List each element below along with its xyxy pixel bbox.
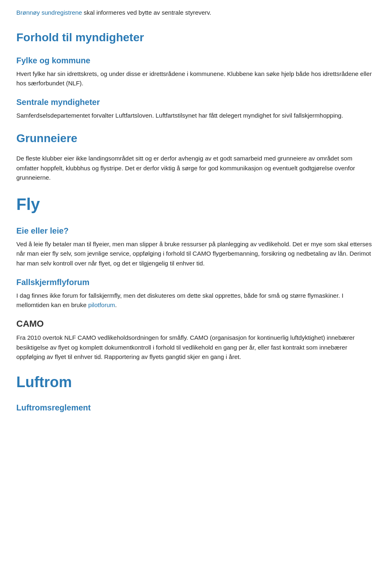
section-title-luftrom: Luftrom (16, 371, 376, 393)
subsection-title-forum: Fallskjermflyforum (16, 276, 376, 288)
subsection-title-sentrale: Sentrale myndigheter (16, 96, 376, 108)
section-fly: Fly Eie eller leie? Ved å leie fly betal… (16, 192, 376, 361)
subsection-fylke: Fylke og kommune Hvert fylke har sin idr… (16, 54, 376, 88)
sentrale-para1: Samferdselsdepartementet forvalter Luftf… (16, 111, 376, 120)
intro-paragraph: Brønnøy sundregistrene skal informeres v… (16, 8, 376, 18)
pilotforum-link[interactable]: pilotforum (88, 301, 115, 308)
subsection-forum: Fallskjermflyforum I dag finnes ikke for… (16, 276, 376, 310)
fylke-para1: Hvert fylke har sin idrettskrets, og und… (16, 69, 376, 88)
section-grunneiere: Grunneiere De fleste klubber eier ikke l… (16, 130, 376, 182)
forum-para1-before: I dag finnes ikke forum for fallskjermfl… (16, 292, 343, 308)
section-title-fly: Fly (16, 192, 376, 216)
intro-text-suffix: skal informeres ved bytte av sentrale st… (82, 9, 212, 16)
subsection-title-luftromsreglement: Luftromsreglement (16, 401, 376, 414)
section-title-grunneiere: Grunneiere (16, 130, 376, 147)
subsection-camo: CAMO Fra 2010 overtok NLF CAMO vedlikeho… (16, 317, 376, 361)
subsection-sentrale: Sentrale myndigheter Samferdselsdepartem… (16, 96, 376, 120)
forum-para1-end: . (115, 301, 117, 308)
subsection-title-fylke: Fylke og kommune (16, 54, 376, 67)
eie-para1: Ved å leie fly betaler man til flyeier, … (16, 239, 376, 268)
forum-para1: I dag finnes ikke forum for fallskjermfl… (16, 291, 376, 310)
camo-title: CAMO (16, 317, 376, 330)
section-title-forhold: Forhold til myndigheter (16, 29, 376, 46)
camo-para1: Fra 2010 overtok NLF CAMO vedlikeholdsor… (16, 333, 376, 361)
section-luftrom: Luftrom Luftromsreglement (16, 371, 376, 414)
bronnoysund-link[interactable]: Brønnøy sundregistrene (16, 9, 82, 16)
subsection-title-eie: Eie eller leie? (16, 225, 376, 237)
subsection-eie: Eie eller leie? Ved å leie fly betaler m… (16, 225, 376, 268)
section-forhold: Forhold til myndigheter Fylke og kommune… (16, 29, 376, 120)
grunneiere-para1: De fleste klubber eier ikke landingsområ… (16, 154, 376, 182)
